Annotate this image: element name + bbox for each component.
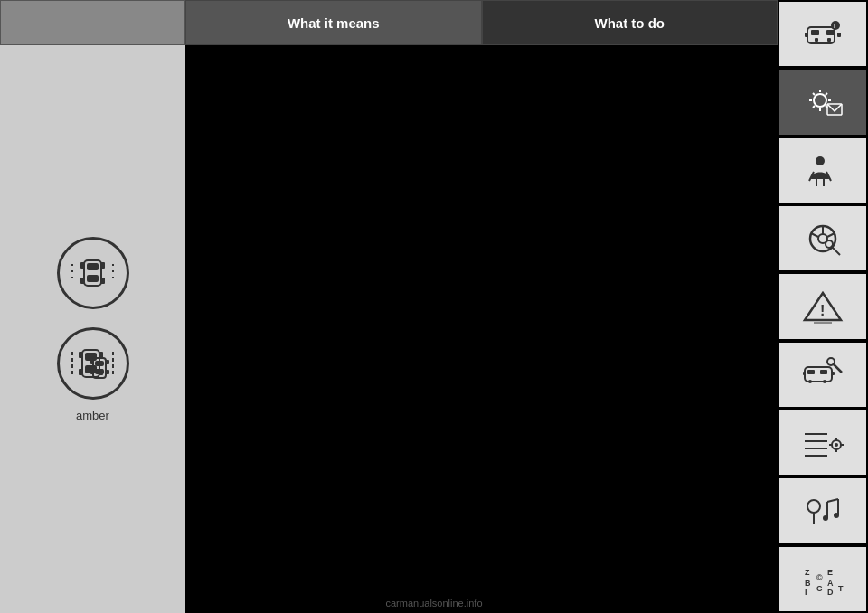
svg-line-51 [813,106,815,108]
svg-point-94 [834,513,839,518]
sidebar-item-steering[interactable] [779,206,866,270]
sidebar-item-settings-list[interactable] [779,410,866,475]
svg-text:D: D [827,588,834,597]
steering-icon [800,221,845,257]
svg-rect-10 [100,262,105,269]
svg-point-93 [823,515,828,521]
sidebar-item-car-info[interactable]: i [779,2,866,66]
svg-point-77 [827,358,835,365]
car-info-icon: i [800,16,845,52]
svg-rect-26 [79,369,83,375]
svg-rect-33 [90,370,94,374]
svg-rect-8 [87,275,99,282]
svg-point-83 [835,443,838,447]
what-to-do-label: What to do [595,15,665,31]
svg-text:T: T [838,584,844,593]
car-wrench-icon [800,356,845,392]
svg-rect-31 [90,360,94,364]
settings-list-icon [800,425,845,461]
svg-line-63 [827,233,835,237]
svg-rect-36 [811,30,819,35]
svg-rect-11 [80,278,85,284]
road-warning-icon: ! [800,288,845,325]
svg-text:Z: Z [805,568,810,577]
bottom-warning-icon [57,327,129,400]
svg-point-42 [831,21,840,30]
svg-rect-12 [100,278,105,284]
svg-text:!: ! [820,303,825,318]
svg-text:i: i [834,23,835,29]
svg-rect-38 [805,33,808,37]
svg-rect-75 [823,380,826,383]
watermark-text: carmanualsonline.info [385,598,482,608]
svg-rect-74 [808,380,812,383]
warning-light-icon [800,84,845,120]
svg-point-88 [807,500,820,513]
sidebar-item-warning-light[interactable] [779,70,866,134]
header-row: What it means What to do [0,0,778,45]
svg-line-91 [827,499,838,502]
svg-rect-41 [827,38,831,42]
svg-rect-40 [815,38,818,42]
watermark: carmanualsonline.info [385,598,482,608]
top-car-svg [68,248,118,297]
header-col2: What it means [185,0,482,45]
svg-rect-37 [826,30,835,35]
svg-rect-7 [87,263,99,270]
header-col1 [0,0,185,45]
sidebar-item-road-warning[interactable]: ! [779,274,866,338]
svg-rect-34 [106,370,109,374]
right-panel [482,45,778,613]
left-panel: amber [0,45,185,613]
svg-line-49 [813,93,815,95]
content-row: amber [0,45,778,613]
what-it-means-label: What it means [288,15,380,31]
header-col3: What to do [482,0,778,45]
svg-text:A: A [827,579,834,588]
svg-point-54 [816,156,825,165]
sidebar-item-media-nav[interactable] [779,478,866,542]
sidebar-item-car-wrench[interactable] [779,343,866,407]
right-sidebar: i [778,0,868,613]
svg-point-65 [826,240,833,248]
svg-text:I: I [805,588,807,597]
svg-rect-70 [807,370,815,374]
svg-rect-25 [99,352,103,358]
alphabet-icon: Z B I © C E A D T [800,561,845,597]
svg-line-52 [826,93,827,95]
color-label: amber [76,409,109,422]
bottom-car-svg [68,338,118,388]
main-content: What it means What to do [0,0,778,613]
top-warning-icon [57,237,129,309]
svg-rect-72 [803,372,806,375]
svg-rect-32 [106,360,109,364]
svg-rect-39 [837,33,841,37]
media-nav-icon [800,493,845,529]
svg-text:B: B [805,579,811,588]
svg-rect-9 [80,262,85,269]
svg-rect-73 [832,372,835,375]
svg-text:E: E [827,568,833,577]
svg-text:©: © [816,573,823,582]
mid-panel [185,45,482,613]
person-icon [800,152,845,188]
svg-rect-29 [95,361,104,366]
svg-point-44 [814,94,826,107]
sidebar-item-alphabet[interactable]: Z B I © C E A D T [779,547,866,611]
svg-line-62 [811,233,818,237]
svg-rect-71 [820,370,827,374]
svg-rect-24 [79,352,83,358]
svg-rect-22 [85,353,97,361]
svg-text:C: C [816,584,823,593]
svg-rect-30 [95,369,104,374]
sidebar-item-safety[interactable] [779,138,866,203]
